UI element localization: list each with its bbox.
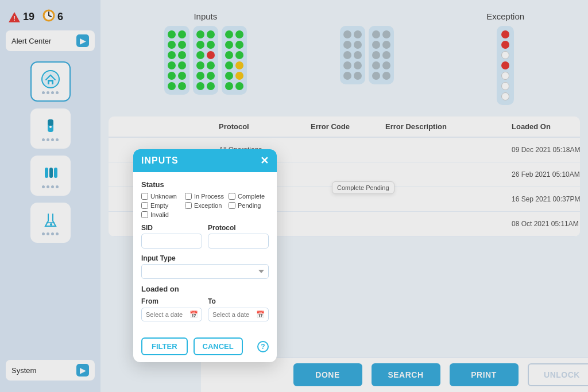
checkbox-inprocess[interactable]: In Process [185,193,225,200]
checkbox-invalid-label: Invalid [150,211,169,218]
checkbox-invalid-input[interactable] [141,211,148,218]
checkbox-complete-label: Complete [238,193,265,200]
checkbox-inprocess-input[interactable] [185,193,192,200]
inputs-modal: INPUTS ✕ Status Unknown In Process Compl… [133,149,277,362]
date-labels-row: From To [141,297,269,305]
checkbox-empty-input[interactable] [141,202,148,209]
checkbox-pending-input[interactable] [229,202,235,209]
from-date-input[interactable] [141,308,202,321]
sid-input[interactable] [141,234,202,249]
checkbox-pending[interactable]: Pending [229,202,269,209]
modal-close-button[interactable]: ✕ [260,156,269,166]
modal-title: INPUTS [141,156,179,166]
checkbox-exception[interactable]: Exception [185,202,225,209]
checkbox-empty[interactable]: Empty [141,202,181,209]
to-label: To [208,297,269,305]
modal-body: Status Unknown In Process Complete Empty… [133,172,277,333]
protocol-label: Protocol [208,224,269,232]
checkbox-exception-label: Exception [194,202,222,209]
from-date-wrapper: 📅 [141,308,202,321]
loaded-on-label: Loaded on [141,285,269,293]
checkbox-pending-label: Pending [238,202,261,209]
checkbox-unknown-label: Unknown [150,193,177,200]
checkbox-complete[interactable]: Complete [229,193,269,200]
checkbox-complete-input[interactable] [229,193,235,200]
from-label: From [141,297,202,305]
sid-label: SID [141,224,202,232]
protocol-input[interactable] [208,234,269,249]
filter-button[interactable]: FILTER [141,337,188,355]
modal-overlay [0,0,588,392]
status-checkboxes: Unknown In Process Complete Empty Except… [141,193,269,218]
date-row: 📅 📅 [141,308,269,321]
checkbox-exception-input[interactable] [185,202,192,209]
to-date-input[interactable] [208,308,269,321]
input-type-select[interactable] [141,264,269,279]
protocol-group: Protocol [208,224,269,249]
sid-group: SID [141,224,202,249]
checkbox-inprocess-label: In Process [194,193,224,200]
checkbox-empty-label: Empty [150,202,168,209]
to-date-wrapper: 📅 [208,308,269,321]
input-type-label: Input Type [141,254,269,262]
cancel-button[interactable]: CANCEL [194,337,243,355]
modal-header: INPUTS ✕ [133,149,277,172]
sid-protocol-row: SID Protocol [141,224,269,249]
modal-footer: FILTER CANCEL ? [133,333,277,362]
input-type-group: Input Type [141,254,269,279]
checkbox-unknown-input[interactable] [141,193,148,200]
help-icon[interactable]: ? [257,341,269,352]
checkbox-unknown[interactable]: Unknown [141,193,181,200]
checkbox-invalid[interactable]: Invalid [141,211,181,218]
status-label: Status [141,180,269,189]
